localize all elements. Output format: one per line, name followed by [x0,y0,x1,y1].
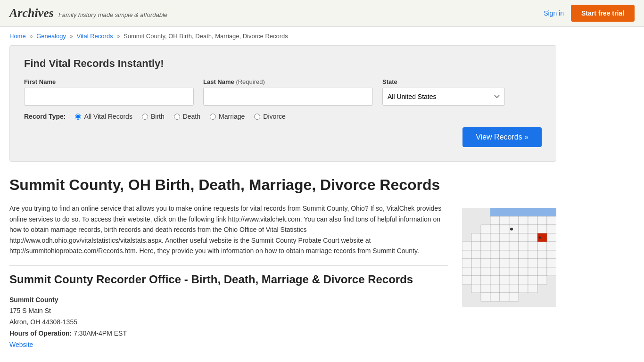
svg-rect-46 [462,259,471,267]
svg-rect-74 [537,276,547,284]
svg-rect-39 [490,250,500,259]
radio-marriage[interactable]: Marriage [210,113,245,120]
svg-rect-3 [500,216,509,225]
svg-rect-7 [537,216,547,225]
svg-rect-16 [547,225,556,233]
svg-rect-2 [490,216,500,225]
svg-rect-30 [500,242,509,250]
search-title: Find Vital Records Instantly! [24,58,542,70]
svg-rect-43 [528,250,537,259]
section-title: Summit County Recorder Office - Birth, D… [9,273,448,287]
svg-rect-31 [509,242,519,250]
office-address2: Akron, OH 44308-1355 [9,317,448,328]
svg-rect-52 [519,259,528,267]
svg-rect-72 [519,276,528,284]
svg-rect-49 [490,259,500,267]
radio-birth-input[interactable] [142,114,148,120]
svg-rect-80 [519,284,528,293]
svg-rect-5 [519,216,528,225]
hours-value: 7:30AM-4PM EST [74,329,127,337]
record-type-label: Record Type: [24,113,66,120]
breadcrumb-home[interactable]: Home [9,33,26,40]
svg-rect-23 [528,233,537,242]
svg-rect-6 [528,216,537,225]
svg-rect-59 [490,267,500,276]
svg-rect-63 [528,267,537,276]
office-address1: 175 S Main St [9,305,448,317]
svg-rect-11 [500,225,509,233]
svg-rect-45 [547,250,556,259]
svg-rect-22 [519,233,528,242]
hours-label: Hours of Operation: [9,329,72,337]
state-select[interactable]: All United States [382,88,505,106]
last-name-required: (Required) [236,78,264,85]
start-trial-button[interactable]: Start free trial [571,5,635,22]
radio-divorce[interactable]: Divorce [254,113,285,120]
svg-rect-81 [528,284,537,293]
divider [9,265,448,266]
radio-birth[interactable]: Birth [142,113,165,120]
svg-rect-82 [481,293,490,301]
svg-rect-15 [537,225,547,233]
last-name-input[interactable] [203,88,373,106]
site-tagline: Family history made simple & affordable [58,11,167,18]
svg-rect-65 [547,267,556,276]
svg-rect-73 [528,276,537,284]
state-label: State [382,78,505,85]
svg-rect-28 [481,242,490,250]
breadcrumb-genealogy[interactable]: Genealogy [36,33,66,40]
svg-rect-26 [462,242,471,250]
svg-rect-47 [471,259,481,267]
radio-divorce-input[interactable] [254,114,260,120]
search-box: Find Vital Records Instantly! First Name… [9,45,556,162]
svg-rect-20 [500,233,509,242]
radio-divorce-label: Divorce [263,113,285,120]
svg-rect-55 [547,259,556,267]
ohio-map [462,203,556,350]
svg-rect-56 [462,267,471,276]
breadcrumb-vital-records[interactable]: Vital Records [77,33,113,40]
svg-rect-42 [519,250,528,259]
office-info: Summit County 175 S Main St Akron, OH 44… [9,296,448,350]
svg-rect-79 [509,284,519,293]
svg-rect-54 [537,259,547,267]
svg-rect-58 [481,267,490,276]
office-name: Summit County [9,296,448,304]
svg-rect-4 [509,216,519,225]
svg-rect-71 [509,276,519,284]
svg-point-88 [539,237,541,239]
svg-rect-37 [471,250,481,259]
svg-rect-83 [490,293,500,301]
radio-all-vital[interactable]: All Vital Records [75,113,132,120]
svg-rect-75 [471,284,481,293]
svg-rect-84 [500,293,509,301]
search-fields: First Name Last Name (Required) State Al… [24,78,542,106]
last-name-group: Last Name (Required) [203,78,373,106]
main-content: Find Vital Records Instantly! First Name… [0,45,566,362]
ohio-map-svg [462,208,556,307]
radio-death-input[interactable] [174,114,180,120]
breadcrumb-sep-3: » [116,33,120,40]
svg-rect-33 [528,242,537,250]
svg-point-87 [510,228,513,230]
view-records-button[interactable]: View Records » [462,127,542,147]
sign-in-link[interactable]: Sign in [544,9,564,17]
svg-rect-9 [481,225,490,233]
site-logo: Archives [9,6,54,20]
content-text: Are you trying to find an online service… [9,203,448,350]
radio-marriage-input[interactable] [210,114,216,120]
svg-rect-41 [509,250,519,259]
breadcrumb-sep-2: » [70,33,73,40]
radio-marriage-label: Marriage [219,113,245,120]
radio-birth-label: Birth [151,113,165,120]
office-website-link[interactable]: Website [9,341,33,348]
radio-all-vital-input[interactable] [75,114,81,120]
site-header: Archives Family history made simple & af… [0,0,644,27]
radio-death[interactable]: Death [174,113,200,120]
radio-death-label: Death [183,113,200,120]
svg-rect-18 [481,233,490,242]
svg-rect-35 [547,242,556,250]
office-hours: Hours of Operation: 7:30AM-4PM EST [9,328,448,339]
first-name-input[interactable] [24,88,194,106]
svg-rect-14 [528,225,537,233]
